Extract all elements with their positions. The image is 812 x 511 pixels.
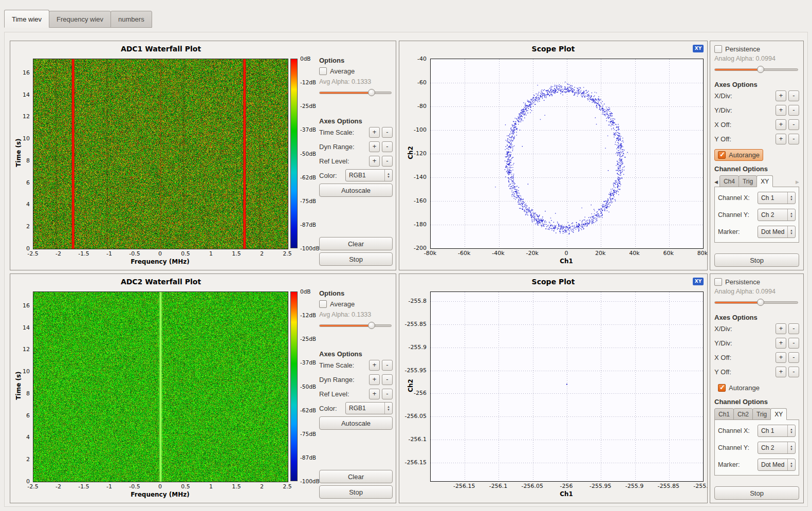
channel-tab-trig[interactable]: Trig [752, 408, 771, 420]
scope1-plot[interactable] [430, 59, 704, 249]
tab-numbers[interactable]: numbers [110, 11, 152, 28]
slider-handle[interactable] [368, 89, 375, 96]
x-tick-label: 0 [158, 250, 162, 257]
analog-alpha-slider[interactable] [714, 298, 798, 306]
x-div-minus-button[interactable]: - [788, 323, 799, 334]
scope-stop-button[interactable]: Stop [714, 253, 799, 267]
spinner-arrows-icon[interactable]: ▲▼ [787, 442, 795, 453]
autorange-toggle[interactable]: Autorange [714, 382, 763, 394]
color-combo[interactable]: RGB1 ▲▼ [345, 402, 393, 414]
channel-y-row: Channel Y: Ch 2 ▲▼ [718, 441, 796, 454]
time-scale-row: Time Scale:+- [319, 125, 393, 139]
y-div-plus-button[interactable]: + [776, 105, 786, 116]
autorange-checkbox[interactable] [718, 151, 726, 159]
avg-alpha-slider[interactable] [319, 321, 392, 330]
spinner-arrows-icon[interactable]: ▲▼ [787, 459, 795, 470]
x-off-minus-button[interactable]: - [788, 352, 799, 363]
y-off-minus-button[interactable]: - [788, 367, 799, 377]
marker-spinbox[interactable]: Dot Med ▲▼ [758, 459, 796, 471]
persistence-row[interactable]: Persistence [714, 278, 799, 286]
dyn-range-minus-button[interactable]: - [382, 374, 393, 385]
scope-stop-button[interactable]: Stop [714, 486, 799, 500]
channel-tab-xy[interactable]: XY [756, 175, 773, 187]
dyn-range-plus-button[interactable]: + [369, 374, 380, 385]
scope2-plot[interactable] [430, 291, 704, 482]
channel-tab-ch1[interactable]: Ch1 [714, 408, 734, 420]
channel-x-spinbox[interactable]: Ch 1 ▲▼ [758, 192, 796, 204]
autorange-toggle[interactable]: Autorange [714, 149, 763, 161]
slider-handle[interactable] [757, 299, 764, 306]
ref-level-minus-button[interactable]: - [382, 156, 393, 167]
x-div-plus-button[interactable]: + [776, 90, 786, 101]
average-checkbox[interactable] [319, 67, 327, 75]
average-row[interactable]: Average [319, 300, 393, 308]
clear-button[interactable]: Clear [319, 470, 393, 483]
avg-alpha-slider[interactable] [319, 88, 392, 97]
ref-level-plus-button[interactable]: + [369, 389, 380, 399]
analog-alpha-slider[interactable] [714, 65, 798, 74]
x-off-minus-button[interactable]: - [788, 119, 799, 130]
channel-tab-trig[interactable]: Trig [739, 175, 757, 187]
x-off-plus-button[interactable]: + [776, 352, 786, 363]
time-scale-minus-button[interactable]: - [382, 360, 393, 371]
channel-x-spinbox[interactable]: Ch 1 ▲▼ [758, 425, 796, 437]
y-off-plus-button[interactable]: + [776, 367, 786, 377]
y-div-plus-button[interactable]: + [776, 338, 786, 349]
y-off-plus-button[interactable]: + [776, 134, 786, 144]
xy-mode-badge[interactable]: XY [693, 278, 704, 285]
slider-handle[interactable] [368, 322, 375, 329]
xy-mode-badge[interactable]: XY [693, 45, 704, 52]
dyn-range-plus-button[interactable]: + [369, 141, 380, 152]
time-scale-minus-button[interactable]: - [382, 127, 393, 138]
channel-y-spinbox[interactable]: Ch 2 ▲▼ [758, 442, 796, 454]
tab-scroll-left-icon[interactable]: ◀ [714, 179, 719, 187]
autoscale-button[interactable]: Autoscale [319, 416, 393, 430]
channel-y-spinbox[interactable]: Ch 2 ▲▼ [758, 209, 796, 221]
waterfall-stop-button[interactable]: Stop [319, 485, 393, 499]
persistence-row[interactable]: Persistence [714, 45, 799, 53]
spinner-arrows-icon[interactable]: ▲▼ [787, 425, 795, 436]
x-off-plus-button[interactable]: + [776, 119, 786, 130]
ref-level-minus-button[interactable]: - [382, 389, 393, 399]
spinner-arrows-icon[interactable]: ▲▼ [787, 209, 795, 221]
color-combo[interactable]: RGB1 ▲▼ [345, 169, 393, 181]
color-combo-value: RGB1 [346, 172, 384, 179]
autoscale-button[interactable]: Autoscale [319, 184, 393, 197]
tab-frequency-view[interactable]: Frequency wiev [49, 11, 111, 28]
persistence-checkbox[interactable] [714, 45, 722, 53]
persistence-checkbox[interactable] [714, 278, 722, 286]
channel-tab-xy[interactable]: XY [770, 408, 787, 420]
x-tick-label: 2 [260, 483, 264, 490]
waterfall-stop-button[interactable]: Stop [319, 252, 393, 266]
colorbar-label: -75dB [300, 431, 316, 437]
clear-button[interactable]: Clear [319, 237, 393, 250]
x-div-plus-button[interactable]: + [776, 323, 786, 334]
average-row[interactable]: Average [319, 67, 393, 75]
x-div-minus-button[interactable]: - [788, 90, 799, 101]
tab-time-view[interactable]: Time wiev [4, 10, 49, 28]
waterfall1-spectrogram[interactable] [33, 59, 288, 249]
channel-tab-ch4[interactable]: Ch4 [719, 175, 739, 187]
spinner-arrows-icon[interactable]: ▲▼ [384, 170, 392, 181]
y-div-minus-button[interactable]: - [788, 338, 799, 349]
y-tick-label: 16 [23, 302, 30, 308]
ref-level-plus-button[interactable]: + [369, 156, 380, 167]
slider-track [319, 92, 392, 94]
scope2-control-panel: Persistence Analog Alpha: 0.0994 Axes Op… [710, 273, 804, 503]
dyn-range-minus-button[interactable]: - [382, 141, 393, 152]
y-div-minus-button[interactable]: - [788, 105, 799, 116]
y-off-minus-button[interactable]: - [788, 134, 799, 144]
waterfall2-spectrogram[interactable] [33, 291, 288, 482]
time-scale-plus-button[interactable]: + [369, 360, 380, 371]
channel-tab-ch2[interactable]: Ch2 [733, 408, 753, 420]
colorbar-label: 0dB [300, 288, 311, 295]
autorange-checkbox[interactable] [718, 384, 726, 392]
average-checkbox[interactable] [319, 300, 327, 308]
spinner-arrows-icon[interactable]: ▲▼ [384, 403, 392, 414]
marker-spinbox[interactable]: Dot Med ▲▼ [758, 226, 796, 238]
slider-handle[interactable] [757, 66, 764, 73]
spinner-arrows-icon[interactable]: ▲▼ [787, 192, 795, 204]
time-scale-plus-button[interactable]: + [369, 127, 380, 138]
spinner-arrows-icon[interactable]: ▲▼ [787, 226, 795, 238]
tab-scroll-right-icon[interactable]: ▶ [794, 179, 799, 187]
